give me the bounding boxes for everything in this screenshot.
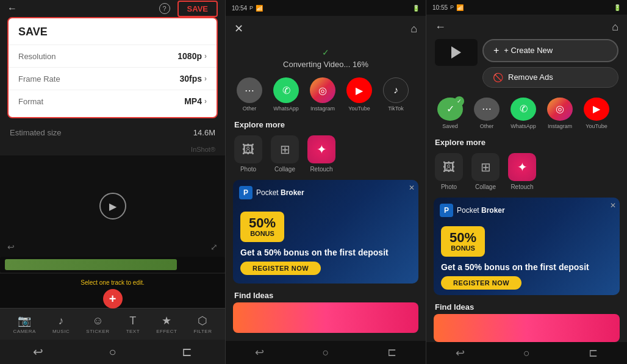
share-whatsapp-icon: ✆	[273, 77, 299, 103]
remove-ads-button[interactable]: 🚫 Remove Ads	[482, 67, 618, 88]
ad-banner-2[interactable]: ✕ P Pocket Broker 50% BONUS Get a 50% bo…	[233, 180, 418, 284]
toolbar-filter[interactable]: ⬡ FILTER	[193, 314, 212, 334]
toolbar-sticker[interactable]: ☺ STICKER	[86, 315, 109, 334]
nav-recent-2[interactable]: ⊏	[387, 346, 396, 359]
ad-close-2[interactable]: ✕	[409, 184, 415, 192]
nav-recent-1[interactable]: ⊏	[182, 344, 192, 359]
retouch-icon-2: ✦	[307, 135, 335, 163]
top-bar-2: ✕ ⌂	[226, 16, 426, 41]
create-new-button[interactable]: + + Create New	[482, 39, 618, 62]
explore-collage-2[interactable]: ⊞ Collage	[271, 135, 299, 173]
check-badge-saved: ✓	[454, 96, 464, 106]
find-ideas-title-2: Find Ideas	[226, 287, 426, 302]
close-icon-2[interactable]: ✕	[234, 22, 243, 35]
toolbar-effect[interactable]: ★ EFFECT	[156, 314, 177, 334]
nav-back-3[interactable]: ↩	[456, 346, 465, 360]
home-icon-2[interactable]: ⌂	[410, 23, 417, 35]
toolbar-camera[interactable]: 📷 CAMERA	[13, 314, 36, 334]
nav-bar-3: ↩ ○ ⊏	[426, 342, 627, 364]
share-whatsapp-label: WhatsApp	[273, 105, 299, 112]
share-item-instagram-3[interactable]: ◎ Instagram	[545, 98, 575, 129]
help-icon[interactable]: ?	[159, 3, 170, 14]
share-item-saved[interactable]: ✓ ✓ Saved	[435, 98, 465, 129]
share-saved-label: Saved	[442, 123, 458, 129]
music-label: MUSIC	[52, 329, 70, 334]
retouch-icon-3: ✦	[508, 153, 536, 181]
expand-icon[interactable]: ⤢	[210, 242, 218, 252]
toolbar-music[interactable]: ♪ MUSIC	[52, 315, 70, 334]
ad-close-3[interactable]: ✕	[610, 201, 616, 210]
ad-register-btn-3[interactable]: REGISTER NOW	[441, 276, 521, 290]
explore-more-title-2: Explore more	[226, 116, 426, 132]
nav-recent-3[interactable]: ⊏	[589, 346, 598, 360]
panel-share-new: 10:55 P 📶 🔋 ← ⌂ + + Create New 🚫 Remove …	[426, 0, 627, 364]
find-ideas-title-3: Find Ideas	[426, 299, 627, 314]
ad-bonus-badge-2: 50% BONUS	[240, 212, 284, 242]
remove-ads-label: Remove Ads	[508, 73, 553, 82]
ad-register-btn-2[interactable]: REGISTER NOW	[240, 262, 321, 275]
share-item-instagram[interactable]: ◎ Instagram	[307, 77, 338, 112]
resolution-value: 1080p	[177, 51, 202, 61]
share-item-other-3[interactable]: ⋯ Other	[471, 98, 502, 129]
nav-home-2[interactable]: ○	[323, 346, 329, 359]
share-item-other[interactable]: ⋯ Other	[234, 77, 265, 112]
action-buttons-3: + + Create New 🚫 Remove Ads	[482, 39, 618, 88]
play-button[interactable]: ▶	[99, 193, 126, 219]
nav-back-2[interactable]: ↩	[255, 346, 264, 359]
photo-icon-3: 🖼	[435, 153, 463, 181]
nav-back-1[interactable]: ↩	[33, 344, 43, 359]
retouch-label-3: Retouch	[511, 184, 533, 190]
share-other-icon: ⋯	[237, 77, 262, 103]
share-item-whatsapp[interactable]: ✆ WhatsApp	[271, 77, 301, 112]
ad-block-icon: 🚫	[493, 73, 503, 82]
find-ideas-preview-3[interactable]	[434, 314, 620, 343]
resolution-label: Resolution	[18, 52, 56, 61]
share-whatsapp-label-3: WhatsApp	[511, 123, 536, 129]
signal-icons-3: 📶	[456, 4, 464, 11]
ad-bonus-pct-2: 50%	[249, 216, 276, 230]
format-row[interactable]: Format MP4 ›	[9, 90, 217, 112]
add-media-button[interactable]: +	[103, 289, 123, 309]
undo-icon[interactable]: ↩	[7, 242, 15, 252]
estimated-size-row: Estimated size 14.6M	[0, 122, 225, 143]
timeline-clip	[5, 259, 177, 270]
frame-rate-row[interactable]: Frame Rate 30fps ›	[9, 68, 217, 90]
ad-banner-3[interactable]: ✕ P Pocket Broker 50% BONUS Get a 50% bo…	[434, 198, 620, 294]
explore-collage-3[interactable]: ⊞ Collage	[471, 153, 500, 190]
p-icon-3: P	[450, 4, 454, 10]
effect-label: EFFECT	[156, 329, 177, 334]
video-thumb-3[interactable]	[435, 39, 478, 66]
share-item-whatsapp-3[interactable]: ✆ WhatsApp	[508, 98, 539, 129]
save-button-top[interactable]: SAVE	[177, 1, 218, 17]
share-item-tiktok[interactable]: ♪ TikTok	[381, 77, 411, 112]
ad-logo-2: P	[239, 186, 253, 199]
ad-brand-name-3: Pocket Broker	[457, 206, 505, 215]
resolution-row[interactable]: Resolution 1080p ›	[9, 45, 217, 68]
nav-bar-2: ↩ ○ ⊏	[226, 341, 426, 364]
share-other-icon-3: ⋯	[474, 98, 500, 121]
resolution-chevron: ›	[204, 52, 207, 60]
plus-icon-3: +	[493, 45, 499, 56]
back-icon-3[interactable]: ←	[435, 21, 446, 34]
explore-retouch-3[interactable]: ✦ Retouch	[508, 153, 536, 190]
timeline[interactable]	[0, 257, 225, 273]
dropdown-save-label: SAVE	[9, 23, 217, 45]
explore-retouch-2[interactable]: ✦ Retouch	[307, 135, 335, 173]
ad-bonus-badge-3: 50% BONUS	[441, 226, 485, 257]
explore-photo-3[interactable]: 🖼 Photo	[435, 153, 463, 190]
nav-home-3[interactable]: ○	[523, 347, 530, 360]
ad-bonus-label-2: BONUS	[249, 230, 276, 237]
nav-home-1[interactable]: ○	[109, 345, 116, 359]
p-icon-2: P	[249, 5, 253, 11]
toolbar-text[interactable]: T TEXT	[126, 315, 140, 334]
home-icon-3[interactable]: ⌂	[612, 21, 618, 34]
sticker-label: STICKER	[86, 329, 109, 334]
explore-photo-2[interactable]: 🖼 Photo	[234, 135, 262, 173]
share-item-youtube[interactable]: ▶ YouTube	[344, 77, 374, 112]
battery-3: 🔋	[614, 4, 621, 11]
share-item-youtube-3[interactable]: ▶ YouTube	[581, 98, 612, 129]
share-instagram-label: Instagram	[310, 105, 335, 112]
find-ideas-preview-2[interactable]	[233, 302, 418, 333]
share-other-label-3: Other	[480, 123, 494, 129]
back-arrow-icon[interactable]: ←	[7, 3, 17, 14]
